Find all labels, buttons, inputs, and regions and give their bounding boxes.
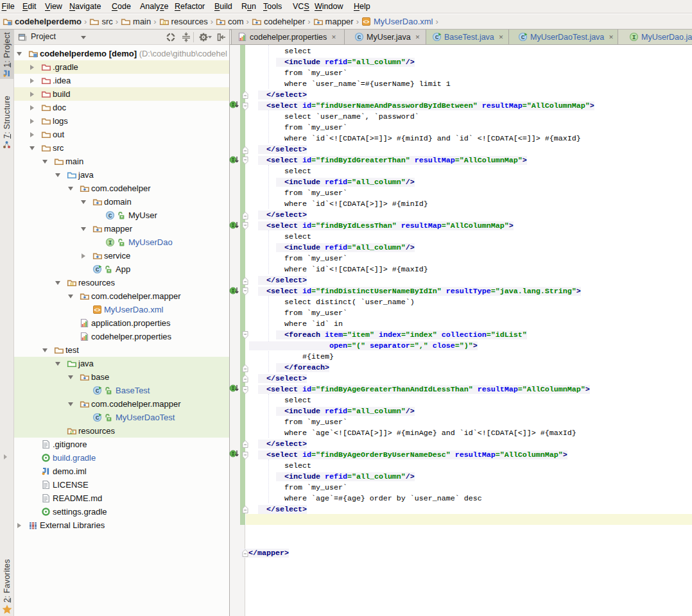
svg-text:C: C xyxy=(96,415,99,422)
svg-text:C: C xyxy=(435,34,439,41)
svg-text:C: C xyxy=(96,266,99,273)
svg-text:<>: <> xyxy=(363,19,369,26)
svg-text:<>: <> xyxy=(94,307,100,314)
svg-text:C: C xyxy=(358,34,361,41)
svg-text:I: I xyxy=(632,34,636,41)
svg-text:C: C xyxy=(96,388,99,395)
svg-text:C: C xyxy=(521,34,525,41)
svg-text:C: C xyxy=(108,212,112,219)
svg-text:I: I xyxy=(108,239,112,246)
